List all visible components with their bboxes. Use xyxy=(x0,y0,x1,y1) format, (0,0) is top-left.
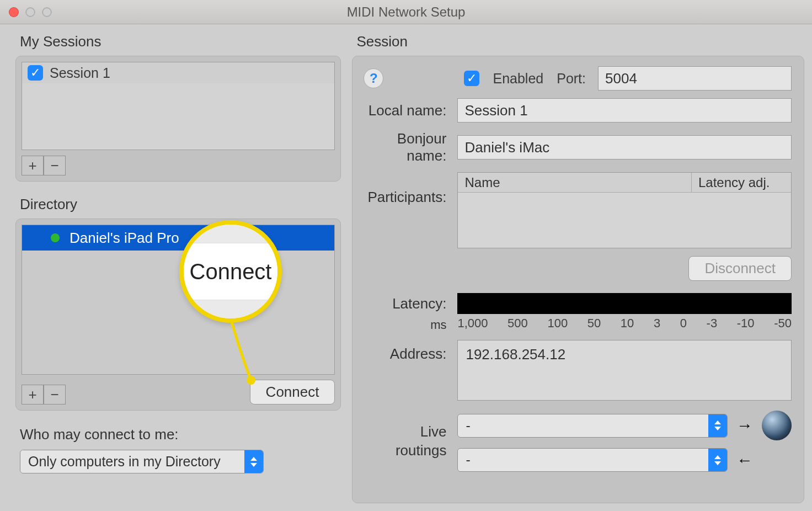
disconnect-button[interactable]: Disconnect xyxy=(688,256,792,281)
session-label: Session xyxy=(352,29,804,56)
directory-item-name: Daniel's iPad Pro xyxy=(70,230,179,247)
live-label-2: routings xyxy=(358,441,446,460)
session-panel: ? ✓ Enabled Port: Local name: Bonjour na… xyxy=(352,56,804,503)
participants-latency-header: Latency adj. xyxy=(692,173,791,192)
remove-session-button[interactable]: − xyxy=(44,156,66,175)
enabled-label: Enabled xyxy=(493,71,543,87)
address-label: Address: xyxy=(358,340,457,363)
select-caps-icon xyxy=(708,449,727,471)
add-directory-button[interactable]: + xyxy=(22,385,44,404)
help-button[interactable]: ? xyxy=(364,68,383,88)
participants-label: Participants: xyxy=(358,172,457,206)
titlebar: MIDI Network Setup xyxy=(0,0,812,24)
address-value: 192.168.254.12 xyxy=(466,346,783,363)
directory-panel: Daniel's iPad Pro + − Connect Connect xyxy=(15,219,341,411)
bonjour-name-label: Bonjour name: xyxy=(358,130,457,164)
latency-ticks: 1,000 500 100 50 10 3 0 -3 -10 -50 xyxy=(457,314,792,331)
my-sessions-label: My Sessions xyxy=(15,29,341,56)
port-input[interactable] xyxy=(598,66,792,91)
routing-out-select[interactable]: - xyxy=(457,414,728,438)
routing-out-value: - xyxy=(458,414,708,437)
bonjour-name-input[interactable] xyxy=(457,135,792,159)
who-may-connect-label: Who may connect to me: xyxy=(20,426,341,443)
window-title: MIDI Network Setup xyxy=(0,4,812,20)
arrow-right-icon: → xyxy=(736,416,753,435)
participants-table[interactable]: Name Latency adj. xyxy=(457,172,792,248)
live-label-1: Live xyxy=(358,423,446,441)
my-sessions-panel: ✓ Session 1 + − xyxy=(15,56,341,182)
directory-list[interactable]: Daniel's iPad Pro xyxy=(22,225,335,375)
connect-button[interactable]: Connect xyxy=(250,380,335,404)
address-box: 192.168.254.12 xyxy=(457,340,792,401)
session-name: Session 1 xyxy=(50,65,110,81)
ms-label: ms xyxy=(358,318,446,332)
arrow-left-icon: ← xyxy=(736,451,753,470)
add-session-button[interactable]: + xyxy=(22,156,44,175)
select-caps-icon xyxy=(244,450,263,473)
session-check-icon[interactable]: ✓ xyxy=(28,65,43,81)
local-name-input[interactable] xyxy=(457,98,792,123)
port-label: Port: xyxy=(557,71,586,87)
routing-in-value: - xyxy=(458,449,708,471)
participants-name-header: Name xyxy=(458,173,692,192)
remove-directory-button[interactable]: − xyxy=(44,385,66,404)
who-may-connect-select[interactable]: Only computers in my Directory xyxy=(20,450,264,473)
sessions-list[interactable]: ✓ Session 1 xyxy=(22,62,335,150)
who-may-connect-value: Only computers in my Directory xyxy=(20,450,244,473)
network-globe-icon xyxy=(762,411,792,440)
session-row[interactable]: ✓ Session 1 xyxy=(22,62,334,83)
directory-row[interactable]: Daniel's iPad Pro xyxy=(22,225,334,251)
status-dot-icon xyxy=(51,233,60,242)
enabled-checkbox[interactable]: ✓ xyxy=(464,71,479,86)
directory-label: Directory xyxy=(15,191,341,219)
routing-in-select[interactable]: - xyxy=(457,448,728,472)
local-name-label: Local name: xyxy=(358,102,457,119)
latency-meter xyxy=(457,293,792,314)
latency-label: Latency: xyxy=(358,295,446,312)
select-caps-icon xyxy=(708,414,727,437)
